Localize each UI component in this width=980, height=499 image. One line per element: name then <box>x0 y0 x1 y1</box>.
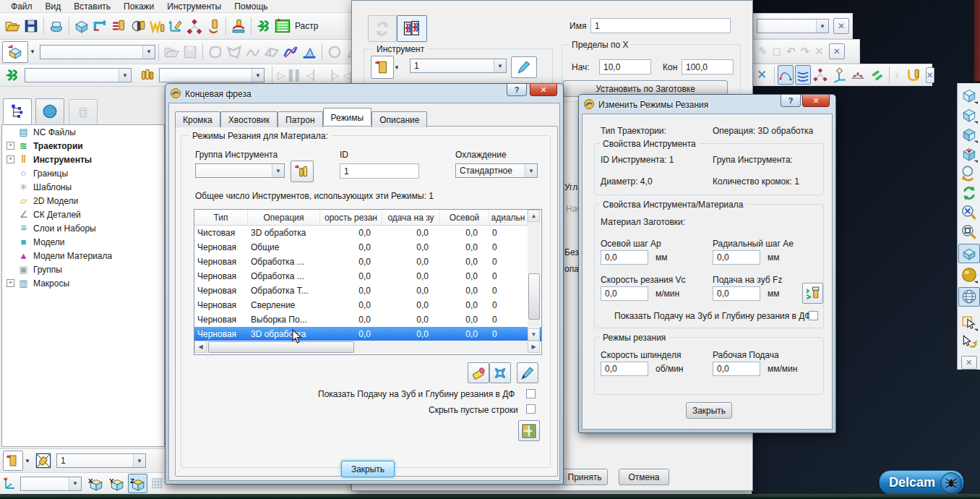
endmill-title-bar[interactable]: Концевая фреза ? ✕ <box>166 84 563 103</box>
raster-strategy-icon[interactable] <box>273 17 292 35</box>
block-icon[interactable] <box>72 17 91 35</box>
undo-pick-icon[interactable] <box>959 333 979 352</box>
axial-input[interactable]: 0,0 <box>601 250 648 265</box>
print-icon[interactable] <box>47 17 66 35</box>
toolpath-s-icon[interactable] <box>254 17 273 35</box>
edit-values-button[interactable] <box>517 362 538 383</box>
axes-icon[interactable] <box>830 66 848 85</box>
feed-per-tooth-input[interactable]: 0,0 <box>713 286 760 301</box>
h-scrollbar[interactable]: ◀ ▶ <box>194 341 540 353</box>
block-combo[interactable]: ▼ <box>40 45 155 59</box>
view-from-top-icon[interactable] <box>959 144 979 163</box>
refresh-view-icon[interactable] <box>959 183 979 202</box>
wireframe-globe-button[interactable] <box>958 287 980 307</box>
edit-feeds-title-bar[interactable]: Изменить Режимы Резания ? ✕ <box>579 95 835 114</box>
block-dropdown-arrow[interactable]: ▼ <box>30 48 35 55</box>
open-project-icon[interactable] <box>3 17 22 35</box>
v-scroll-thumb[interactable] <box>528 273 540 320</box>
tool-edit-button[interactable] <box>511 56 537 78</box>
start-input[interactable]: 10,0 <box>599 59 651 74</box>
erase-values-button[interactable] <box>468 362 489 383</box>
end-input[interactable]: 100,0 <box>682 59 734 74</box>
table-row[interactable]: Черновая Обработка ... 0,0 0,0 0,0 0 <box>194 255 541 269</box>
column-header[interactable]: одача на зу <box>382 210 440 225</box>
pattern-points-icon[interactable] <box>185 17 204 35</box>
tree-item[interactable]: + СК Деталей <box>2 208 164 221</box>
tree-item[interactable]: + Модели Материала <box>2 249 164 263</box>
tree-item[interactable]: + Шаблоны <box>2 180 164 194</box>
tab[interactable]: Описание <box>371 111 427 127</box>
tab[interactable]: Патрон <box>278 111 323 127</box>
select-box-icon[interactable] <box>959 313 979 333</box>
close-dialog-button[interactable]: Закрыть <box>686 402 732 419</box>
zoom-to-fit-icon[interactable] <box>959 202 979 222</box>
leads-links-icon[interactable] <box>778 65 794 85</box>
column-header[interactable]: орость резан <box>320 210 382 225</box>
cutting-speed-input[interactable]: 0,0 <box>601 286 648 301</box>
tree-expander[interactable]: + <box>7 142 14 150</box>
tree-item[interactable]: + Слои и Наборы <box>2 221 164 235</box>
table-row[interactable]: Черновая 3D обработка 0,0 0,0 0,0 0 <box>194 327 541 341</box>
close-view-toolbar-button[interactable]: ✕ <box>961 356 977 370</box>
workplane-edit-icon[interactable] <box>166 17 185 35</box>
tree-expander[interactable]: + <box>7 279 14 287</box>
accept-button[interactable]: Принять <box>562 469 608 485</box>
table-row[interactable]: Черновая Выборка По... 0,0 0,0 0,0 0 <box>194 312 541 327</box>
column-header[interactable]: Тип <box>194 210 248 225</box>
tool-type-button[interactable] <box>371 56 394 79</box>
tool-create-button[interactable] <box>3 451 23 471</box>
h-scroll-thumb[interactable] <box>208 341 354 353</box>
toolpath-combo[interactable]: ▼ <box>25 68 132 82</box>
previous-view-icon[interactable] <box>959 163 979 183</box>
simulate-tool-icon[interactable] <box>204 17 223 35</box>
top-right-combo[interactable]: ▼ <box>757 19 829 33</box>
menu-item[interactable]: Вид <box>39 1 68 12</box>
table-row[interactable]: Черновая Сверление 0,0 0,0 0,0 0 <box>194 298 541 312</box>
close-button[interactable]: ✕ <box>530 84 557 96</box>
tree-item[interactable]: + Группы <box>2 263 164 276</box>
iso-view-3-icon[interactable] <box>959 124 979 144</box>
help-button[interactable]: ? <box>781 95 801 107</box>
tree-item[interactable]: + Инструменты <box>2 153 164 166</box>
iso-view-1-icon[interactable] <box>959 85 979 105</box>
table-row[interactable]: Черновая Общие 0,0 0,0 0,0 0 <box>194 240 541 255</box>
menu-item[interactable]: Помощь <box>228 1 274 12</box>
zoom-box-icon[interactable] <box>959 222 979 242</box>
tab-explorer-tree[interactable] <box>3 98 32 124</box>
tab[interactable]: Кромка <box>175 111 220 127</box>
menu-item[interactable]: Покажи <box>117 1 160 12</box>
scroll-right-arrow[interactable]: ▶ <box>528 341 540 353</box>
menu-item[interactable]: Файл <box>4 1 39 12</box>
coolant-combo[interactable]: Стандартное▼ <box>455 163 538 178</box>
close-dialog-button[interactable]: Закрыть <box>341 461 395 477</box>
scroll-down-arrow[interactable]: ▼ <box>528 328 540 341</box>
column-header[interactable]: адиальн <box>489 210 528 225</box>
feedrate-input[interactable]: 0,0 <box>713 362 760 376</box>
tool-u-icon[interactable] <box>904 66 923 85</box>
id-input[interactable]: 1 <box>340 163 419 179</box>
cancel-button[interactable]: Отмена <box>619 469 669 485</box>
tool-group-combo[interactable]: ▼ <box>195 163 285 178</box>
tool-type-arrow[interactable]: ▼ <box>394 64 400 71</box>
v-scrollbar[interactable]: ▲ ▼ <box>528 210 540 341</box>
tree-item[interactable]: + Макросы <box>2 276 164 290</box>
column-header[interactable]: Операция <box>248 210 320 225</box>
table-options-button[interactable] <box>518 420 540 441</box>
block-create-button[interactable] <box>2 41 28 63</box>
tree-item[interactable]: + Траектории <box>2 139 164 153</box>
scroll-left-arrow[interactable]: ◀ <box>194 341 207 353</box>
tool-combo[interactable]: ▼ <box>159 68 265 82</box>
name-input[interactable]: 1 <box>590 18 731 33</box>
radial-input[interactable]: 0,0 <box>713 250 760 265</box>
toolpath-pair-icon[interactable] <box>867 66 886 85</box>
scroll-up-arrow[interactable]: ▲ <box>528 210 540 222</box>
table-row[interactable]: Чистовая 3D обработка 0,0 0,0 0,0 0 <box>194 226 541 240</box>
fence-curve-icon[interactable] <box>281 43 300 61</box>
close-button[interactable]: ✕ <box>802 95 830 107</box>
tool-leads-icon[interactable] <box>129 17 147 35</box>
tool-rapid-icon[interactable] <box>110 17 129 35</box>
grid-icon[interactable] <box>150 474 165 493</box>
toolpath-links-icon[interactable] <box>795 65 811 85</box>
delete-toolpath-icon[interactable]: ✕ <box>757 67 767 82</box>
close-toolbar-button[interactable]: ✕ <box>833 18 849 34</box>
